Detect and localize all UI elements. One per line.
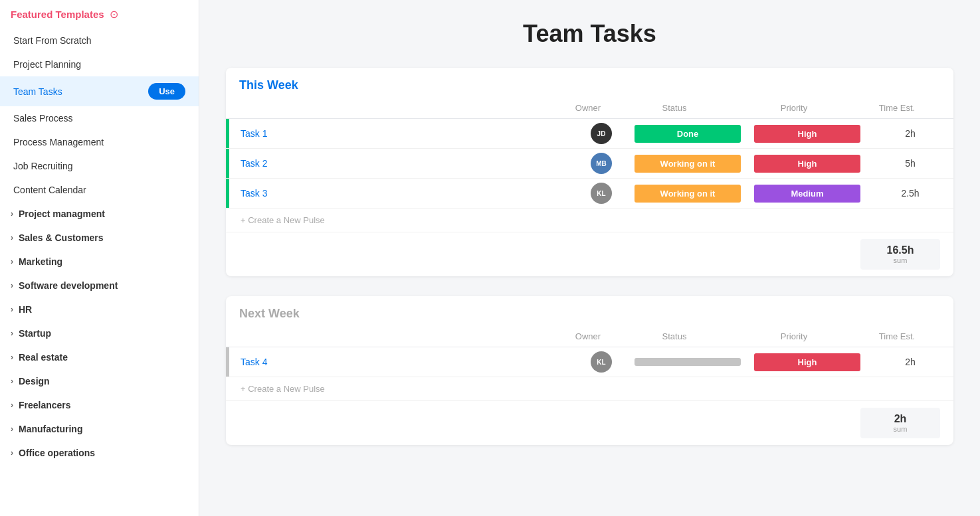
sidebar-item-label: Job Recruiting	[13, 161, 73, 171]
avatar: JD	[591, 123, 612, 144]
col-status-nw: Status	[615, 331, 734, 341]
time-cell: 5h	[867, 158, 953, 169]
sidebar-group-manufacturing[interactable]: ›Manufacturing	[0, 417, 199, 441]
task-name[interactable]: Task 3	[226, 181, 575, 205]
next-week-header: Next Week	[226, 296, 953, 326]
chevron-right-icon: ›	[11, 257, 13, 266]
row-indicator	[226, 347, 229, 377]
status-badge: Done	[635, 125, 741, 143]
sidebar-items-list: Start From ScratchProject PlanningTeam T…	[0, 29, 199, 202]
chevron-right-icon: ›	[11, 377, 13, 386]
sidebar-item-label: Start From Scratch	[13, 35, 91, 46]
row-indicator	[226, 149, 229, 178]
col-owner: Owner	[561, 103, 615, 113]
time-cell: 2.5h	[867, 188, 953, 199]
sidebar-group-office-operations[interactable]: ›Office operations	[0, 441, 199, 465]
col-priority-nw: Priority	[734, 331, 854, 341]
sidebar-item-project-planning[interactable]: Project Planning	[0, 52, 199, 76]
group-label: Software development	[19, 280, 118, 291]
priority-badge: High	[754, 125, 860, 143]
this-week-rows: Task 1JDDoneHigh2hTask 2MBWorking on itH…	[226, 119, 953, 209]
sidebar-group-startup[interactable]: ›Startup	[0, 321, 199, 345]
sidebar-item-label: Project Planning	[13, 59, 81, 70]
sidebar-item-sales-process[interactable]: Sales Process	[0, 106, 199, 130]
chevron-right-icon: ›	[11, 448, 13, 458]
sidebar-group-freelancers[interactable]: ›Freelancers	[0, 393, 199, 417]
table-row: Task 1JDDoneHigh2h	[226, 119, 953, 149]
sidebar-item-team-tasks[interactable]: Team TasksUse	[0, 76, 199, 106]
sidebar-groups-list: ›Project managment›Sales & Customers›Mar…	[0, 202, 199, 465]
status-cell[interactable]: Working on it	[628, 185, 747, 203]
row-indicator	[226, 119, 229, 148]
status-cell[interactable]: Done	[628, 125, 747, 143]
this-week-column-headers: Owner Status Priority Time Est.	[226, 98, 953, 119]
main-content: Team Tasks This Week Owner Status Priori…	[199, 0, 980, 516]
sidebar-group-project-managment[interactable]: ›Project managment	[0, 202, 199, 226]
priority-cell[interactable]: High	[747, 155, 867, 173]
this-week-sum-value: 16.5h	[871, 244, 930, 256]
sidebar-group-design[interactable]: ›Design	[0, 369, 199, 393]
sidebar-item-label: Process Management	[13, 137, 104, 147]
owner-cell: MB	[575, 153, 628, 174]
group-label: Freelancers	[19, 400, 71, 410]
sidebar-group-real-estate[interactable]: ›Real estate	[0, 345, 199, 369]
priority-badge: High	[754, 155, 860, 173]
sidebar-item-start-from-scratch[interactable]: Start From Scratch	[0, 29, 199, 52]
group-label: Startup	[19, 328, 51, 339]
row-indicator	[226, 179, 229, 208]
time-cell: 2h	[867, 357, 953, 367]
col-status: Status	[615, 103, 734, 113]
sidebar-group-software-development[interactable]: ›Software development	[0, 274, 199, 298]
chevron-right-icon: ›	[11, 305, 13, 314]
sidebar-item-job-recruiting[interactable]: Job Recruiting	[0, 154, 199, 178]
this-week-sum-label: sum	[871, 256, 930, 264]
sidebar-group-sales-&-customers[interactable]: ›Sales & Customers	[0, 226, 199, 250]
priority-cell[interactable]: High	[747, 125, 867, 143]
next-week-table: Next Week Owner Status Priority Time Est…	[226, 296, 953, 445]
task-name[interactable]: Task 4	[226, 350, 575, 374]
group-label: Manufacturing	[19, 424, 82, 434]
avatar: KL	[591, 351, 612, 373]
status-badge: Working on it	[635, 185, 741, 203]
priority-badge: High	[754, 353, 860, 371]
owner-cell: KL	[575, 183, 628, 204]
next-week-sum-row: 2h sum	[226, 401, 953, 445]
next-week-column-headers: Owner Status Priority Time Est.	[226, 326, 953, 347]
table-row: Task 3KLWorking on itMedium2.5h	[226, 179, 953, 209]
sidebar-item-label: Team Tasks	[13, 86, 62, 97]
sidebar-group-hr[interactable]: ›HR	[0, 298, 199, 321]
priority-cell[interactable]: High	[747, 353, 867, 371]
col-priority: Priority	[734, 103, 854, 113]
chevron-right-icon: ›	[11, 209, 13, 218]
table-row: Task 2MBWorking on itHigh5h	[226, 149, 953, 179]
status-cell[interactable]	[628, 358, 747, 366]
this-week-create-pulse[interactable]: + Create a New Pulse	[226, 209, 953, 232]
chevron-right-icon: ›	[11, 400, 13, 410]
col-owner-nw: Owner	[561, 331, 615, 341]
col-time-est-nw: Time Est.	[854, 331, 940, 341]
group-label: Design	[19, 376, 50, 387]
status-badge: Working on it	[635, 155, 741, 173]
next-week-sum-label: sum	[871, 425, 930, 433]
use-button[interactable]: Use	[148, 83, 185, 100]
next-week-create-pulse[interactable]: + Create a New Pulse	[226, 377, 953, 401]
priority-cell[interactable]: Medium	[747, 185, 867, 203]
next-week-sum-box: 2h sum	[860, 408, 940, 438]
status-badge	[635, 358, 741, 366]
this-week-sum-box: 16.5h sum	[860, 239, 940, 270]
group-label: Office operations	[19, 448, 95, 458]
priority-badge: Medium	[754, 185, 860, 203]
task-name[interactable]: Task 2	[226, 151, 575, 175]
featured-templates-header[interactable]: Featured Templates ⊙	[0, 0, 199, 29]
sidebar-item-label: Content Calendar	[13, 185, 86, 195]
task-name[interactable]: Task 1	[226, 122, 575, 145]
next-week-sum-value: 2h	[871, 413, 930, 425]
next-week-rows: Task 4KLHigh2h	[226, 347, 953, 377]
sidebar-group-marketing[interactable]: ›Marketing	[0, 250, 199, 274]
sidebar-item-process-management[interactable]: Process Management	[0, 130, 199, 154]
status-cell[interactable]: Working on it	[628, 155, 747, 173]
sidebar-item-content-calendar[interactable]: Content Calendar	[0, 178, 199, 202]
group-label: Project managment	[19, 209, 105, 219]
group-label: HR	[19, 304, 32, 315]
col-time-est: Time Est.	[854, 103, 940, 113]
